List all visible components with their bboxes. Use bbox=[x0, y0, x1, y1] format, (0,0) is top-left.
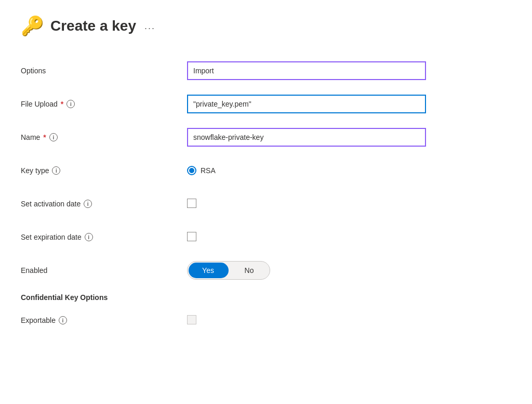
exportable-label: Exportable i bbox=[21, 316, 187, 324]
confidential-section-heading: Confidential Key Options bbox=[21, 293, 488, 302]
expiration-date-row: Set expiration date i bbox=[21, 223, 488, 252]
options-input[interactable] bbox=[187, 61, 426, 80]
options-row: Options bbox=[21, 56, 488, 85]
expiration-date-info-icon[interactable]: i bbox=[85, 233, 93, 241]
activation-date-label: Set activation date i bbox=[21, 200, 187, 208]
enabled-row: Enabled Yes No bbox=[21, 256, 488, 285]
file-upload-info-icon[interactable]: i bbox=[66, 100, 75, 108]
name-row: Name * i bbox=[21, 123, 488, 152]
file-upload-input[interactable] bbox=[187, 95, 426, 113]
activation-date-control bbox=[187, 199, 426, 210]
key-type-rsa-radio[interactable] bbox=[187, 166, 196, 175]
exportable-info-icon[interactable]: i bbox=[59, 316, 67, 324]
enabled-label: Enabled bbox=[21, 266, 187, 275]
key-type-row: Key type i RSA bbox=[21, 156, 488, 185]
options-control bbox=[187, 61, 426, 80]
key-type-label: Key type i bbox=[21, 166, 187, 175]
file-upload-row: File Upload * i bbox=[21, 89, 488, 119]
exportable-row: Exportable i bbox=[21, 306, 488, 335]
more-options-button[interactable]: ... bbox=[144, 21, 155, 32]
exportable-control bbox=[187, 315, 426, 326]
enabled-toggle[interactable]: Yes No bbox=[187, 261, 270, 280]
name-required: * bbox=[43, 133, 46, 141]
activation-date-row: Set activation date i bbox=[21, 189, 488, 218]
expiration-date-checkbox[interactable] bbox=[187, 232, 196, 241]
expiration-date-label: Set expiration date i bbox=[21, 233, 187, 241]
page-header: 🔑 Create a key ... bbox=[21, 17, 511, 35]
create-key-form: Options File Upload * i Name * i Key typ… bbox=[21, 56, 488, 335]
activation-date-info-icon[interactable]: i bbox=[84, 200, 92, 208]
enabled-yes-option[interactable]: Yes bbox=[188, 262, 229, 279]
file-upload-label: File Upload * i bbox=[21, 100, 187, 108]
key-type-control: RSA bbox=[187, 166, 426, 175]
file-upload-required: * bbox=[61, 100, 63, 108]
enabled-no-option[interactable]: No bbox=[229, 262, 270, 279]
name-label: Name * i bbox=[21, 133, 187, 141]
options-label: Options bbox=[21, 67, 187, 75]
expiration-date-control bbox=[187, 232, 426, 243]
key-type-rsa-label: RSA bbox=[201, 166, 216, 175]
key-icon: 🔑 bbox=[21, 17, 44, 35]
name-info-icon[interactable]: i bbox=[49, 133, 58, 141]
key-type-info-icon[interactable]: i bbox=[52, 166, 60, 175]
enabled-control: Yes No bbox=[187, 261, 426, 280]
name-control bbox=[187, 128, 426, 147]
exportable-checkbox bbox=[187, 315, 196, 324]
page-title: Create a key bbox=[50, 18, 136, 34]
activation-date-checkbox[interactable] bbox=[187, 199, 196, 208]
file-upload-control bbox=[187, 95, 426, 113]
name-input[interactable] bbox=[187, 128, 426, 147]
